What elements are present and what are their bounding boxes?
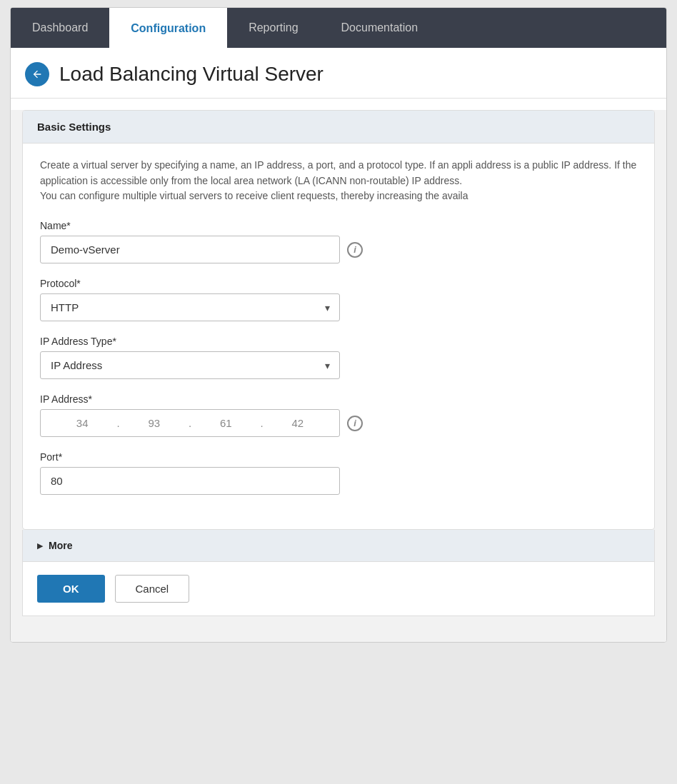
port-input[interactable] <box>40 467 340 495</box>
app-container: Dashboard Configuration Reporting Docume… <box>10 7 667 643</box>
protocol-label: Protocol* <box>40 278 637 289</box>
more-label: More <box>49 540 72 551</box>
cancel-button[interactable]: Cancel <box>115 575 190 603</box>
back-icon <box>31 69 43 80</box>
footer-actions: OK Cancel <box>22 562 655 616</box>
ip-dot-3: . <box>257 417 266 429</box>
ip-octet-1[interactable] <box>51 417 114 429</box>
protocol-field-group: Protocol* HTTP HTTPS TCP UDP SSL ▾ <box>40 278 637 321</box>
ip-address-label: IP Address* <box>40 393 637 405</box>
ip-address-type-label: IP Address Type* <box>40 336 637 347</box>
main-content: Basic Settings Create a virtual server b… <box>11 110 666 642</box>
ip-dot-2: . <box>186 417 194 429</box>
ip-address-input-wrapper: . . . i <box>40 409 637 437</box>
ip-octet-4[interactable] <box>266 417 329 429</box>
ip-octet-2[interactable] <box>123 417 186 429</box>
page-header: Load Balancing Virtual Server <box>11 48 666 99</box>
protocol-select[interactable]: HTTP HTTPS TCP UDP SSL <box>40 293 340 321</box>
section-body: Create a virtual server by specifying a … <box>23 144 654 529</box>
ip-address-type-field-group: IP Address Type* IP Address Non Addressa… <box>40 336 637 379</box>
tab-dashboard[interactable]: Dashboard <box>11 8 109 48</box>
tab-documentation[interactable]: Documentation <box>320 8 440 48</box>
tab-nav: Dashboard Configuration Reporting Docume… <box>11 8 666 48</box>
name-field-group: Name* i <box>40 220 637 263</box>
back-button[interactable] <box>25 62 49 86</box>
basic-settings-card: Basic Settings Create a virtual server b… <box>22 110 655 530</box>
description-text: Create a virtual server by specifying a … <box>40 158 637 204</box>
ok-button[interactable]: OK <box>37 575 105 603</box>
protocol-select-wrapper: HTTP HTTPS TCP UDP SSL ▾ <box>40 293 340 321</box>
port-field-group: Port* <box>40 451 637 495</box>
tab-reporting[interactable]: Reporting <box>227 8 319 48</box>
bottom-space <box>22 628 655 642</box>
ip-address-type-select-wrapper: IP Address Non Addressable Wildcard ▾ <box>40 351 340 379</box>
ip-address-field: . . . <box>40 409 340 437</box>
name-info-icon[interactable]: i <box>347 242 363 258</box>
ip-address-field-group: IP Address* . . . i <box>40 393 637 437</box>
page-title: Load Balancing Virtual Server <box>59 63 324 86</box>
more-arrow-icon: ▶ <box>37 541 43 551</box>
tab-configuration[interactable]: Configuration <box>109 8 227 48</box>
name-label: Name* <box>40 220 637 231</box>
ip-octet-3[interactable] <box>194 417 257 429</box>
ip-dot-1: . <box>114 417 122 429</box>
more-section[interactable]: ▶ More <box>22 530 655 562</box>
name-input-wrapper: i <box>40 236 637 263</box>
section-header: Basic Settings <box>23 111 654 144</box>
ip-address-type-select[interactable]: IP Address Non Addressable Wildcard <box>40 351 340 379</box>
ip-address-info-icon[interactable]: i <box>347 416 363 431</box>
name-input[interactable] <box>40 236 340 263</box>
port-label: Port* <box>40 451 637 463</box>
